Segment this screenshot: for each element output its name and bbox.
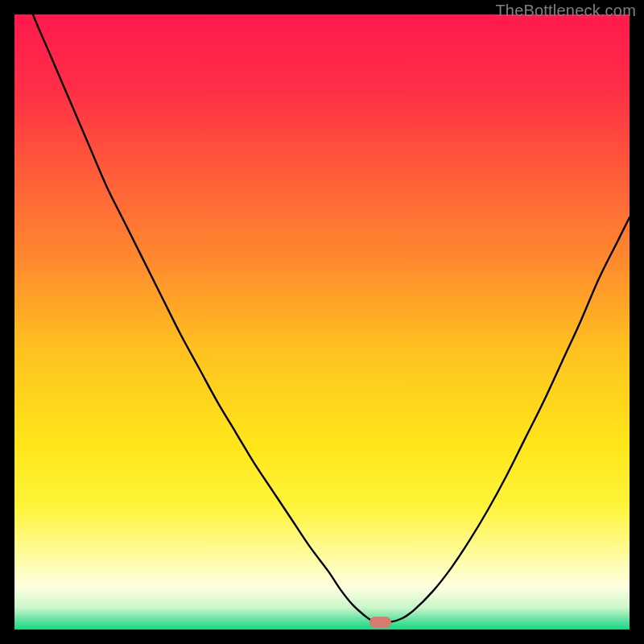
optimal-marker	[369, 617, 391, 628]
chart-frame: TheBottleneck.com	[0, 0, 644, 644]
bottleneck-curve	[14, 14, 630, 630]
watermark-text: TheBottleneck.com	[495, 2, 636, 20]
plot-area	[14, 14, 630, 630]
